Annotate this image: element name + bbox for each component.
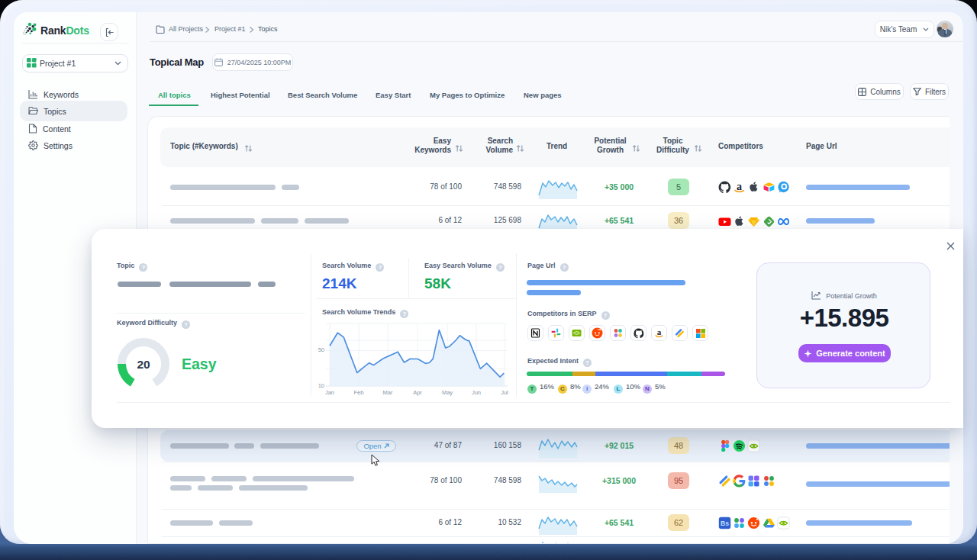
svg-text:Feb: Feb — [354, 389, 364, 396]
svg-text:Bs: Bs — [721, 520, 729, 527]
svg-text:Jun: Jun — [472, 389, 481, 396]
svg-text:10: 10 — [318, 382, 324, 389]
svg-text:a: a — [737, 181, 742, 192]
svg-text:Jul: Jul — [501, 389, 508, 396]
svg-text:Apr: Apr — [413, 389, 422, 396]
svg-text:May: May — [442, 389, 453, 396]
svg-text:Mar: Mar — [383, 389, 393, 396]
svg-text:Jan: Jan — [325, 389, 334, 396]
svg-text:50: 50 — [318, 346, 324, 353]
svg-text:a: a — [657, 328, 662, 336]
